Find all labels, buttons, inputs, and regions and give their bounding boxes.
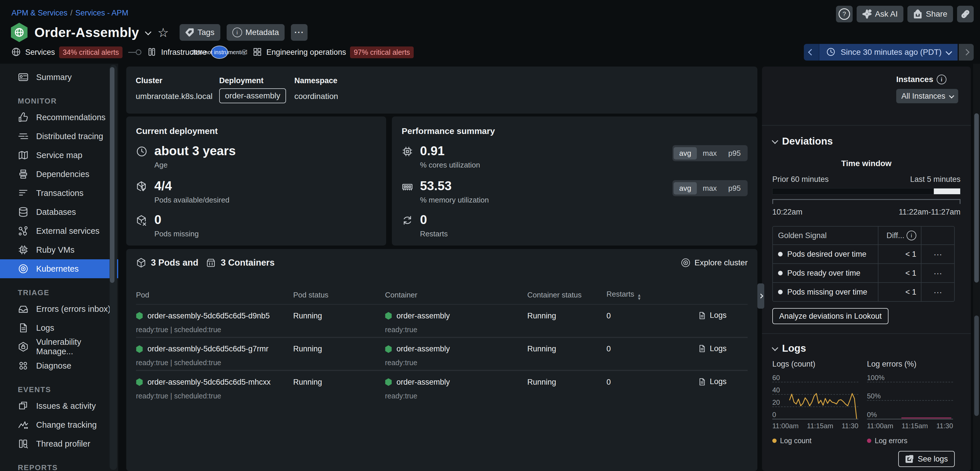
panel-scrollbar-thumb[interactable] bbox=[974, 315, 979, 416]
document-icon bbox=[698, 344, 706, 353]
info-icon[interactable]: i bbox=[937, 75, 947, 84]
metadata-button[interactable]: i Metadata bbox=[227, 24, 285, 41]
signal-dot-icon bbox=[778, 290, 783, 294]
row-more-button[interactable]: ··· bbox=[921, 264, 954, 282]
explore-cluster-button[interactable]: Explore cluster bbox=[681, 258, 748, 267]
pod-name[interactable]: order-assembly-5dc6d5c6d5-d9nb5 bbox=[148, 312, 270, 320]
tags-button[interactable]: Tags bbox=[180, 24, 220, 41]
container-name[interactable]: order-assembly bbox=[396, 378, 450, 387]
more-actions-button[interactable]: ··· bbox=[291, 24, 307, 41]
sidebar-item-summary[interactable]: Summary bbox=[0, 68, 118, 87]
logs-count-line bbox=[789, 382, 857, 419]
toggle-avg[interactable]: avg bbox=[674, 182, 697, 194]
infrastructure-badge: 20% not instrumented bbox=[211, 46, 228, 59]
dependencies-icon bbox=[18, 169, 29, 180]
sidebar-scrollbar-thumb[interactable] bbox=[110, 67, 115, 283]
sidebar-item-service-map[interactable]: Service map bbox=[0, 146, 118, 165]
time-window-bracket bbox=[772, 199, 961, 204]
logs-button[interactable]: Logs bbox=[698, 344, 727, 353]
toggle-avg[interactable]: avg bbox=[674, 147, 697, 159]
toggle-max[interactable]: max bbox=[697, 182, 722, 194]
sidebar-item-recommendations[interactable]: Recommendations bbox=[0, 108, 118, 127]
see-logs-button[interactable]: See logs bbox=[898, 451, 955, 467]
service-hexagon-icon bbox=[10, 22, 28, 43]
title-dropdown-chevron-icon[interactable] bbox=[145, 29, 151, 35]
ask-ai-button[interactable]: Ask AI bbox=[857, 6, 904, 22]
toggle-max[interactable]: max bbox=[697, 147, 722, 159]
cores-aggregation-toggle[interactable]: avg max p95 bbox=[673, 145, 748, 161]
logs-header: Logs bbox=[772, 342, 806, 354]
column-header-pod-status[interactable]: Pod status bbox=[293, 291, 385, 299]
collapse-logs-chevron-icon[interactable] bbox=[772, 345, 778, 351]
info-icon[interactable]: i bbox=[907, 231, 916, 240]
nav-engineering-operations[interactable]: Engineering operations 97% critical aler… bbox=[253, 46, 414, 58]
golden-signal-column-header: Golden Signal bbox=[773, 227, 878, 244]
logs-count-chart-title: Logs (count) bbox=[772, 360, 858, 369]
memory-value: 53.53 bbox=[420, 179, 489, 193]
instances-dropdown[interactable]: All Instances bbox=[896, 89, 958, 103]
sidebar-item-logs[interactable]: Logs bbox=[0, 318, 118, 337]
pod-name[interactable]: order-assembly-5dc6d5c6d5-g7rmr bbox=[148, 345, 269, 353]
container-conditions: ready:true bbox=[385, 392, 527, 400]
breadcrumb-services-apm[interactable]: Services - APM bbox=[75, 9, 129, 17]
column-header-pod[interactable]: Pod bbox=[136, 291, 293, 299]
sidebar-item-issues-activity[interactable]: Issues & activity bbox=[0, 396, 118, 415]
row-more-button[interactable]: ··· bbox=[921, 283, 954, 301]
page-scrollbar-track[interactable] bbox=[973, 64, 980, 471]
sidebar-item-distributed-tracing[interactable]: Distributed tracing bbox=[0, 127, 118, 146]
nav-infrastructure[interactable]: Infrastructure 20% not instrumented bbox=[147, 46, 228, 59]
column-header-container-status[interactable]: Container status bbox=[527, 291, 606, 299]
sidebar-item-ruby-vms[interactable]: Ruby VMs bbox=[0, 240, 118, 259]
nav-connector bbox=[128, 49, 142, 55]
sidebar-item-dependencies[interactable]: Dependencies bbox=[0, 165, 118, 184]
sort-icon[interactable]: ▲▼ bbox=[637, 293, 641, 300]
deployment-value-chip[interactable]: order-assembly bbox=[219, 88, 286, 103]
sidebar-item-change-tracking[interactable]: Change tracking bbox=[0, 415, 118, 434]
cpu-icon bbox=[402, 146, 413, 157]
sidebar-section-events: EVENTS bbox=[0, 383, 118, 396]
page-scrollbar-thumb[interactable] bbox=[974, 113, 979, 283]
toggle-p95[interactable]: p95 bbox=[723, 147, 746, 159]
restarts-icon bbox=[402, 215, 413, 226]
logs-button[interactable]: Logs bbox=[698, 377, 727, 386]
sidebar-item-kubernetes[interactable]: Kubernetes bbox=[0, 259, 118, 278]
sidebar-item-errors-inbox[interactable]: Errors (errors inbox) bbox=[0, 299, 118, 318]
logs-button[interactable]: Logs bbox=[698, 311, 727, 320]
table-row[interactable]: Pods desired over time < 1 ··· bbox=[773, 244, 954, 263]
share-button[interactable]: Share bbox=[907, 6, 953, 22]
column-header-restarts[interactable]: Restarts▲▼ bbox=[606, 290, 683, 300]
container-name[interactable]: order-assembly bbox=[396, 312, 450, 320]
time-picker-previous-button[interactable] bbox=[804, 44, 819, 60]
help-button[interactable]: ? bbox=[836, 6, 853, 22]
time-picker-button[interactable]: Since 30 minutes ago (PDT) bbox=[819, 44, 958, 60]
analyze-deviations-button[interactable]: Analyze deviations in Lookout bbox=[772, 308, 888, 324]
sidebar-item-external-services[interactable]: External services bbox=[0, 221, 118, 240]
memory-aggregation-toggle[interactable]: avg max p95 bbox=[673, 180, 748, 196]
table-row[interactable]: Pods missing over time < 1 ··· bbox=[773, 282, 954, 301]
time-picker-next-button[interactable] bbox=[959, 44, 974, 60]
sidebar-item-thread-profiler[interactable]: Thread profiler bbox=[0, 434, 118, 453]
database-icon bbox=[18, 207, 29, 218]
favorite-star-icon[interactable]: ☆ bbox=[158, 25, 169, 40]
container-name[interactable]: order-assembly bbox=[396, 345, 450, 353]
nav-services[interactable]: Services 34% critical alerts bbox=[11, 46, 123, 58]
collapse-deviations-chevron-icon[interactable] bbox=[772, 137, 778, 144]
tracing-icon bbox=[18, 131, 29, 142]
table-row: order-assembly-5dc6d5c6d5-mhcxx Running … bbox=[136, 370, 748, 403]
row-more-button[interactable]: ··· bbox=[921, 245, 954, 263]
sidebar-scrollbar-track[interactable] bbox=[110, 65, 117, 470]
permalink-button[interactable] bbox=[957, 6, 974, 22]
sidebar-item-databases[interactable]: Databases bbox=[0, 202, 118, 221]
breadcrumb-apm-services[interactable]: APM & Services bbox=[11, 9, 67, 17]
pod-name[interactable]: order-assembly-5dc6d5c6d5-mhcxx bbox=[148, 378, 270, 387]
table-row[interactable]: Pods ready over time < 1 ··· bbox=[773, 263, 954, 282]
x-tick: 11:30 bbox=[842, 422, 858, 430]
toggle-p95[interactable]: p95 bbox=[723, 182, 746, 194]
cluster-value: umbrarotate.k8s.local bbox=[136, 92, 213, 101]
sidebar-item-transactions[interactable]: Transactions bbox=[0, 184, 118, 202]
sidebar-item-diagnose[interactable]: Diagnose bbox=[0, 356, 118, 375]
sidebar-section-reports: REPORTS bbox=[0, 461, 118, 471]
panel-collapse-handle[interactable] bbox=[757, 283, 764, 309]
sidebar-item-vulnerability-management[interactable]: Vulnerability Manage... bbox=[0, 337, 118, 356]
column-header-container[interactable]: Container bbox=[385, 291, 527, 299]
